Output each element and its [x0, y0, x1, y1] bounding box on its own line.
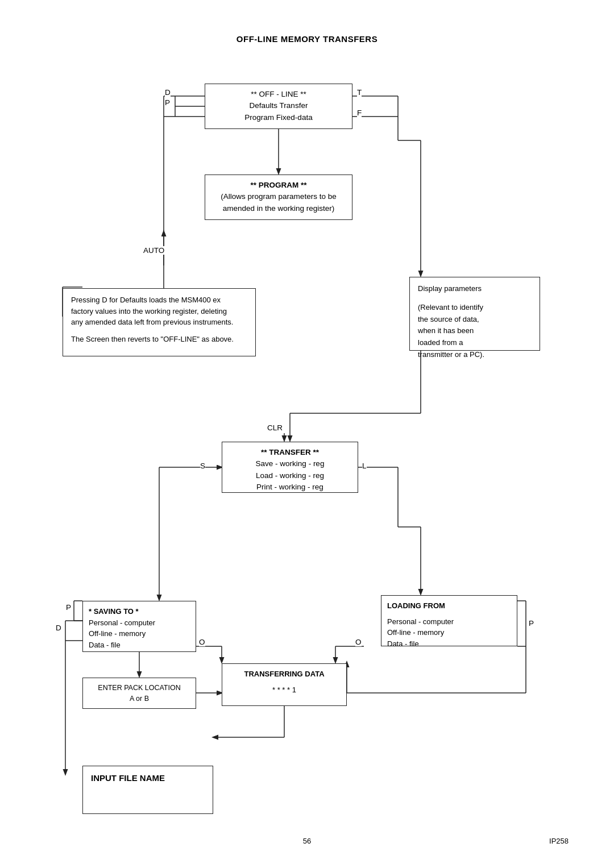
defaults-line3: any amended data left from previous inst…	[71, 317, 247, 328]
box-enter-pack: ENTER PACK LOCATION A or B	[82, 678, 196, 709]
box-transferring: TRANSFERRING DATA * * * * 1	[222, 663, 347, 706]
display-line4: when it has been	[418, 325, 532, 337]
label-P-right: P	[529, 619, 534, 628]
label-D-left: D	[56, 624, 61, 632]
display-line6: transmitter or a PC).	[418, 349, 532, 361]
program-line3: amended in the working register)	[212, 203, 345, 214]
box-transfer: ** TRANSFER ** Save - working - reg Load…	[222, 442, 358, 493]
label-P-top: P	[165, 98, 170, 107]
transfer-line2: Save - working - reg	[229, 458, 351, 470]
defaults-line2: factory values into the working register…	[71, 306, 247, 317]
box-program: ** PROGRAM ** (Allows program parameters…	[205, 175, 352, 220]
page: OFF-LINE MEMORY TRANSFERS	[0, 0, 614, 868]
label-F: F	[357, 109, 362, 117]
enter-pack-line1: ENTER PACK LOCATION	[90, 683, 189, 693]
transferring-line1: TRANSFERRING DATA	[229, 668, 339, 680]
box-offline: ** OFF - LINE ** Defaults Transfer Progr…	[205, 84, 352, 129]
box-saving: * SAVING TO * Personal - computer Off-li…	[82, 601, 196, 652]
program-line2: (Allows program parameters to be	[212, 191, 345, 202]
saving-line3: Off-line - memory	[89, 628, 190, 639]
offline-line2: Defaults Transfer	[212, 100, 345, 111]
footer-ref: IP258	[549, 837, 569, 845]
label-CLR: CLR	[267, 423, 283, 432]
loading-line3: Personal - computer	[387, 616, 511, 628]
program-line1: ** PROGRAM **	[212, 180, 345, 191]
label-L: L	[362, 462, 367, 470]
label-O-right: O	[355, 638, 362, 646]
loading-line5: Data - file	[387, 638, 511, 650]
defaults-line1: Pressing D for Defaults loads the MSM400…	[71, 294, 247, 306]
display-line1: Display parameters	[418, 283, 532, 295]
box-loading: LOADING FROM Personal - computer Off-lin…	[381, 595, 517, 646]
label-D: D	[165, 88, 171, 97]
label-AUTO: AUTO	[143, 246, 164, 255]
transfer-line4: Print - working - reg	[229, 481, 351, 493]
defaults-line5: The Screen then reverts to "OFF-LINE" as…	[71, 334, 247, 345]
enter-pack-line2: A or B	[90, 693, 189, 704]
transferring-line3: * * * * 1	[229, 684, 339, 696]
display-line2: (Relevant to identify	[418, 302, 532, 314]
label-P-left: P	[66, 603, 71, 612]
saving-line1: * SAVING TO *	[89, 606, 190, 617]
offline-line1: ** OFF - LINE **	[212, 89, 345, 100]
box-display: Display parameters (Relevant to identify…	[409, 277, 540, 351]
box-defaults: Pressing D for Defaults loads the MSM400…	[63, 288, 256, 356]
label-S: S	[200, 462, 205, 470]
offline-line3: Program Fixed-data	[212, 112, 345, 123]
saving-line2: Personal - computer	[89, 617, 190, 629]
label-T: T	[357, 88, 362, 97]
page-title: OFF-LINE MEMORY TRANSFERS	[45, 34, 569, 44]
box-input-file: INPUT FILE NAME	[82, 766, 213, 814]
loading-line1: LOADING FROM	[387, 600, 511, 612]
diagram-area: ** OFF - LINE ** Defaults Transfer Progr…	[45, 67, 569, 817]
display-line3: the source of data,	[418, 314, 532, 326]
footer-page: 56	[303, 837, 311, 845]
display-line5: loaded from a	[418, 337, 532, 349]
input-file-line1: INPUT FILE NAME	[91, 772, 205, 785]
transfer-line1: ** TRANSFER **	[229, 447, 351, 458]
loading-line4: Off-line - memory	[387, 627, 511, 638]
saving-line4: Data - file	[89, 639, 190, 651]
label-O-left: O	[199, 638, 205, 646]
transfer-line3: Load - working - reg	[229, 470, 351, 481]
